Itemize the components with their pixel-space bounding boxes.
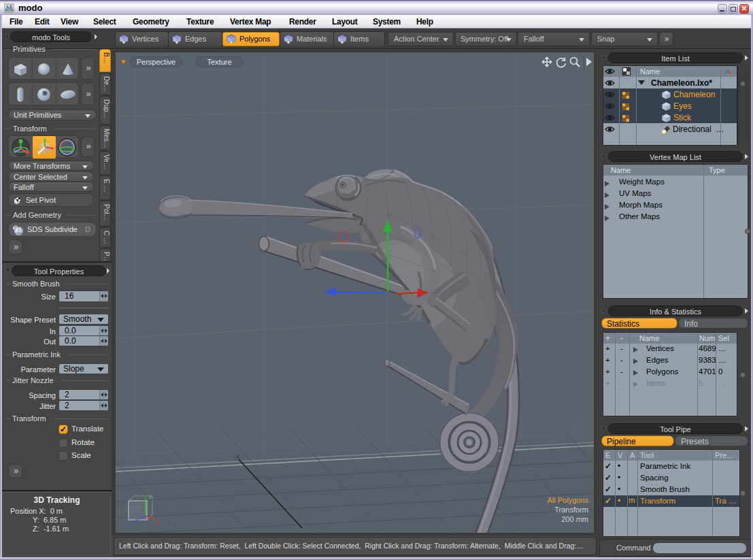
svg-text:-x: -x: [234, 452, 239, 460]
